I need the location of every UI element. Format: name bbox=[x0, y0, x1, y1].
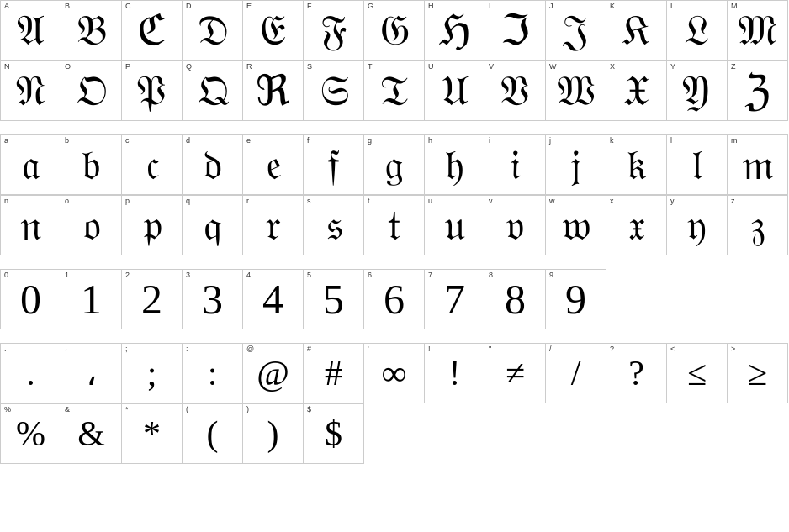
glyph-char-j: 𝔧 bbox=[570, 144, 581, 186]
glyph-label-n: n bbox=[4, 198, 8, 205]
symbols-row-1: ..،،;;::@@##'∞!!"≠//??<≤>≥ bbox=[0, 343, 789, 403]
glyph-cell-7: 77 bbox=[425, 269, 485, 329]
glyph-char-T: 𝔗 bbox=[380, 70, 408, 112]
glyph-label-u: u bbox=[428, 198, 432, 205]
glyph-label-E: E bbox=[246, 3, 252, 10]
glyph-label-): ) bbox=[246, 406, 249, 413]
glyph-label-l: l bbox=[670, 137, 672, 145]
glyph-label-y: y bbox=[670, 198, 675, 205]
glyph-char-B: 𝔅 bbox=[76, 9, 108, 51]
glyph-char-1: 1 bbox=[81, 278, 102, 320]
glyph-char-h: 𝔥 bbox=[445, 144, 464, 186]
glyph-char-/: / bbox=[571, 356, 581, 391]
glyph-label-8: 8 bbox=[489, 271, 493, 279]
glyph-cell-<: <≤ bbox=[667, 343, 728, 403]
glyph-char-f: 𝔣 bbox=[327, 144, 340, 186]
glyph-cell-g: g𝔤 bbox=[364, 134, 425, 195]
glyph-label-D: D bbox=[186, 3, 192, 10]
glyph-label->: > bbox=[731, 345, 735, 353]
glyph-cell-n: n𝔫 bbox=[1, 195, 61, 255]
glyph-label-7: 7 bbox=[428, 271, 432, 279]
glyph-cell-F: F𝔉 bbox=[304, 0, 364, 61]
glyph-label-5: 5 bbox=[307, 271, 311, 279]
font-specimen: A𝔄B𝔅CℭD𝔇E𝔈F𝔉G𝔊HℌIℑJ𝔍K𝔎L𝔏M𝔐 N𝔑O𝔒P𝔓Q𝔔RℜS𝔖T… bbox=[0, 0, 789, 464]
glyph-char-8: 8 bbox=[505, 278, 526, 320]
glyph-label-L: L bbox=[670, 3, 675, 10]
glyph-char-:: : bbox=[208, 356, 218, 391]
glyph-label-G: G bbox=[368, 3, 373, 10]
glyph-cell-S: S𝔖 bbox=[304, 61, 364, 121]
glyph-label-(: ( bbox=[186, 406, 188, 413]
glyph-label-K: K bbox=[610, 3, 615, 10]
glyph-cell-%: %% bbox=[1, 403, 61, 464]
glyph-label-9: 9 bbox=[549, 271, 553, 279]
glyph-char-': ∞ bbox=[382, 356, 407, 391]
glyph-cell-t: t𝔱 bbox=[364, 195, 425, 255]
spacer-1 bbox=[0, 121, 789, 134]
glyph-char-O: 𝔒 bbox=[76, 70, 108, 112]
glyph-cell-X: X𝔛 bbox=[606, 61, 667, 121]
glyph-cell-k: k𝔨 bbox=[606, 134, 667, 195]
glyph-cell-.: .. bbox=[1, 343, 61, 403]
glyph-char-N: 𝔑 bbox=[16, 70, 46, 112]
glyph-label-Z: Z bbox=[731, 63, 736, 71]
glyph-cell-H: Hℌ bbox=[425, 0, 485, 61]
glyph-label-t: t bbox=[368, 198, 370, 205]
glyph-cell-B: B𝔅 bbox=[61, 0, 122, 61]
glyph-char->: ≥ bbox=[748, 356, 767, 391]
glyph-label-d: d bbox=[186, 137, 190, 145]
glyph-label-X: X bbox=[610, 63, 615, 71]
digits-section: 00112233445566778899 bbox=[0, 269, 789, 329]
glyph-label-%: % bbox=[4, 406, 11, 413]
glyph-cell-*: ** bbox=[122, 403, 183, 464]
glyph-cell-o: o𝔬 bbox=[61, 195, 122, 255]
glyph-cell-3: 33 bbox=[183, 269, 243, 329]
glyph-char-#: # bbox=[325, 356, 342, 391]
glyph-char-?: ? bbox=[628, 356, 644, 391]
glyph-cell-O: O𝔒 bbox=[61, 61, 122, 121]
glyph-cell-T: T𝔗 bbox=[364, 61, 425, 121]
glyph-cell-j: j𝔧 bbox=[546, 134, 606, 195]
glyph-label-O: O bbox=[65, 63, 71, 71]
glyph-cell-#: ## bbox=[304, 343, 364, 403]
glyph-char-n: 𝔫 bbox=[20, 204, 41, 246]
glyph-char-3: 3 bbox=[202, 278, 223, 320]
glyph-char-L: 𝔏 bbox=[684, 9, 710, 51]
glyph-label-M: M bbox=[731, 3, 738, 10]
glyph-cell-z: z𝔷 bbox=[728, 195, 788, 255]
uppercase-section: A𝔄B𝔅CℭD𝔇E𝔈F𝔉G𝔊HℌIℑJ𝔍K𝔎L𝔏M𝔐 N𝔑O𝔒P𝔓Q𝔔RℜS𝔖T… bbox=[0, 0, 789, 121]
glyph-cell-P: P𝔓 bbox=[122, 61, 183, 121]
glyph-cell-1: 11 bbox=[61, 269, 122, 329]
glyph-cell-e: e𝔢 bbox=[243, 134, 304, 195]
glyph-label-T: T bbox=[368, 63, 373, 71]
glyph-char-P: 𝔓 bbox=[136, 70, 168, 112]
glyph-label-p: p bbox=[125, 198, 130, 205]
glyph-label-f: f bbox=[307, 137, 310, 145]
glyph-cell-': '∞ bbox=[364, 343, 425, 403]
glyph-char-$: $ bbox=[325, 416, 342, 451]
glyph-label-<: < bbox=[670, 345, 675, 353]
glyph-char-l: 𝔩 bbox=[691, 144, 702, 186]
symbols-row-2: %%&&**(())$$ bbox=[0, 403, 789, 464]
glyph-label-Y: Y bbox=[670, 63, 675, 71]
glyph-cell-u: u𝔲 bbox=[425, 195, 485, 255]
glyph-char-C: ℭ bbox=[137, 9, 167, 51]
glyph-char-t: 𝔱 bbox=[388, 204, 400, 246]
glyph-cell-x: x𝔵 bbox=[606, 195, 667, 255]
glyph-char-o: 𝔬 bbox=[82, 204, 101, 246]
glyph-char-H: ℌ bbox=[439, 9, 471, 51]
glyph-label-!: ! bbox=[428, 345, 431, 353]
glyph-char-A: 𝔄 bbox=[17, 9, 45, 51]
glyph-label-e: e bbox=[246, 137, 251, 145]
glyph-cell-w: w𝔴 bbox=[546, 195, 606, 255]
glyph-cell-d: d𝔡 bbox=[183, 134, 243, 195]
glyph-label-/: / bbox=[549, 345, 552, 353]
glyph-char-a: 𝔞 bbox=[21, 144, 40, 186]
glyph-cell-:: :: bbox=[183, 343, 243, 403]
glyph-label-R: R bbox=[246, 63, 252, 71]
glyph-label-v: v bbox=[489, 198, 493, 205]
glyph-label-h: h bbox=[428, 137, 432, 145]
glyph-cell-W: W𝔚 bbox=[546, 61, 606, 121]
glyph-label-?: ? bbox=[610, 345, 614, 353]
glyph-cell-r: r𝔯 bbox=[243, 195, 304, 255]
